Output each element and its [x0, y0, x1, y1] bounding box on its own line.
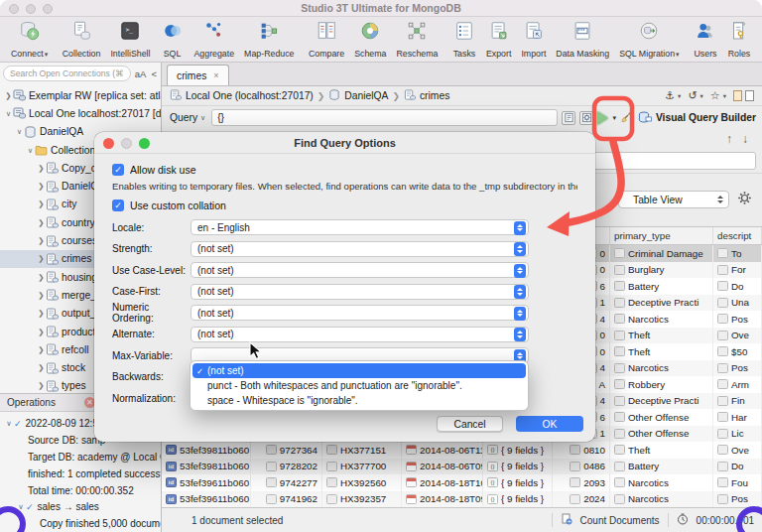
toolbar-reschema[interactable]: Reschema [391, 18, 443, 62]
toolbar-compare[interactable]: Compare [304, 18, 349, 62]
tree-expand-icon[interactable]: ❯ [37, 254, 46, 263]
toolbar-intellishell[interactable]: >_IntelliShell [105, 18, 155, 62]
field-select[interactable]: (not set) [190, 284, 529, 300]
toolbar-sql-migration[interactable]: SQL Migration▾ [614, 18, 684, 62]
tree-expand-icon[interactable]: ❯ [37, 291, 46, 300]
operation-entry[interactable]: Target DB: academy @ Local One [0, 449, 161, 466]
clear-query-broom-icon[interactable] [620, 109, 634, 127]
dialog-zoom-icon[interactable] [139, 138, 150, 149]
toolbar-data-masking[interactable]: ***Data Masking [551, 18, 614, 62]
breadcrumb-item[interactable]: crimes [420, 90, 449, 101]
tree-expand-icon[interactable]: ❯ [37, 363, 46, 372]
table-row[interactable]: id53fef39611b0609742277HX3925602014-08-1… [162, 474, 762, 491]
history-caret-icon[interactable]: ▾ [700, 92, 703, 100]
tab-close-icon[interactable]: × [213, 70, 218, 80]
table-header-primary_type[interactable]: primary_type [610, 227, 713, 244]
paste-icon[interactable] [745, 90, 754, 101]
breadcrumb-item[interactable]: Local One (localhost:27017) [186, 90, 314, 101]
operation-expand-icon[interactable]: ∨ [4, 419, 14, 428]
breadcrumb-item[interactable]: DanielQA [344, 90, 388, 101]
table-header-descript[interactable]: descript [713, 227, 762, 244]
run-query-button[interactable] [597, 111, 608, 125]
view-mode-select[interactable]: Table View [618, 191, 729, 208]
tree-expand-icon[interactable]: ❯ [37, 236, 46, 245]
dropdown-caret-icon[interactable]: ▾ [45, 51, 49, 58]
search-connections-input[interactable]: Search Open Connections (⌘ [3, 66, 131, 81]
field-label: Max-Variable: [112, 350, 190, 361]
table-row[interactable]: id53fef39811b0609727364HX3771512014-08-0… [162, 442, 762, 459]
tree-expand-icon[interactable]: ∨ [15, 127, 24, 136]
count-documents-button[interactable]: Count Documents [580, 515, 660, 526]
table-row[interactable]: id53fef39611b0609741962HX3923572014-08-1… [162, 491, 762, 508]
tree-expand-icon[interactable]: ❯ [37, 328, 46, 336]
close-window-icon[interactable] [9, 4, 19, 14]
window-traffic-lights[interactable] [9, 4, 53, 14]
history-icon[interactable]: ↺ [688, 89, 697, 102]
toolbar-aggregate[interactable]: Aggregate [190, 18, 240, 62]
field-select[interactable]: en - English [190, 219, 529, 235]
move-up-icon[interactable]: ↑ [726, 132, 732, 146]
operation-entry[interactable]: ∨✓sales → sales [0, 498, 161, 515]
sidebar-item-local-one-localhost-27017-direct[interactable]: ∨Local One localhost:27017 [direct [0, 104, 161, 122]
tree-expand-icon[interactable]: ❯ [37, 273, 46, 282]
tree-expand-icon[interactable]: ❯ [37, 200, 46, 208]
field-select[interactable]: (not set) [190, 305, 529, 321]
run-options-caret-icon[interactable]: ▾ [612, 114, 616, 122]
zoom-window-icon[interactable] [43, 4, 53, 14]
cancel-button[interactable]: Cancel [437, 416, 503, 432]
tree-expand-icon[interactable]: ❯ [37, 309, 46, 318]
tree-expand-icon[interactable]: ∨ [26, 146, 35, 155]
pin-caret-icon[interactable]: ▾ [678, 92, 681, 100]
toolbar-collection[interactable]: Collection [58, 18, 106, 62]
move-down-icon[interactable]: ↓ [742, 132, 748, 146]
toolbar-users[interactable]: Users [689, 18, 722, 62]
toolbar-map-reduce[interactable]: Map-Reduce [239, 18, 299, 62]
dropdown-option[interactable]: punct - Both whitespaces and punctuation… [192, 378, 526, 393]
tree-expand-icon[interactable]: ❯ [37, 345, 46, 354]
toolbar-import[interactable]: Import [516, 18, 551, 62]
query-options-gear-icon[interactable] [579, 111, 593, 125]
toolbar-tasks[interactable]: Tasks [447, 18, 481, 62]
dialog-close-icon[interactable] [103, 138, 114, 149]
schema-icon [358, 19, 382, 43]
tree-expand-icon[interactable]: ❯ [37, 164, 46, 173]
operation-entry[interactable]: finished: 1 completed successfull [0, 466, 161, 482]
field-type-icon [614, 314, 625, 324]
tree-expand-icon[interactable]: ❯ [37, 218, 46, 227]
pin-anchor-icon[interactable]: ⚓ [665, 89, 675, 102]
dropdown-option[interactable]: space - Whitespace is "ignorable". [192, 393, 526, 408]
table-row[interactable]: id53fef39811b0609728202HX3777002014-08-0… [162, 459, 762, 475]
tab-crimes[interactable]: crimes × [167, 65, 229, 85]
toolbar-connect[interactable]: Connect▾ [6, 18, 53, 62]
tree-expand-icon[interactable]: ❯ [4, 91, 13, 100]
favorite-star-icon[interactable]: ☆ [710, 89, 720, 102]
field-select[interactable]: (not set) [190, 327, 529, 342]
favorite-caret-icon[interactable]: ▾ [723, 92, 726, 100]
field-select[interactable]: (not set) [190, 262, 529, 278]
visual-query-builder-button[interactable]: Visual Query Builder [638, 111, 756, 124]
toolbar-export[interactable]: Export [481, 18, 516, 62]
tree-expand-icon[interactable]: ❯ [37, 381, 46, 390]
minimize-window-icon[interactable] [26, 4, 36, 14]
allow-disk-use-checkbox[interactable]: ✓ [112, 164, 124, 176]
query-mode-dropdown[interactable]: Query∨ [168, 112, 207, 123]
match-case-button[interactable]: aA [134, 68, 148, 79]
sidebar-item-exemplar-rw-replica-set-atlas-a[interactable]: ❯Exemplar RW [replica set: atlas-a [0, 86, 161, 104]
operation-entry[interactable]: Total time: 00:00:00.352 [0, 482, 161, 499]
collapse-sidebar-icon[interactable]: < [150, 68, 158, 79]
toolbar-sql[interactable]: SQL [156, 18, 190, 62]
toolbar-roles[interactable]: Roles [722, 18, 756, 62]
collection-icon [46, 326, 59, 337]
dropdown-option[interactable]: ✓(not set) [192, 363, 526, 378]
ok-button[interactable]: OK [516, 416, 583, 432]
toolbar-schema[interactable]: Schema [349, 18, 391, 62]
use-custom-collation-checkbox[interactable]: ✓ [112, 200, 124, 211]
field-select[interactable]: (not set) [190, 241, 529, 257]
copy-icon[interactable] [733, 90, 742, 101]
tree-expand-icon[interactable]: ❯ [37, 182, 46, 191]
tree-expand-icon[interactable]: ∨ [4, 109, 13, 118]
query-settings-icon[interactable] [562, 111, 575, 125]
query-input[interactable]: {} [211, 109, 558, 126]
dropdown-caret-icon[interactable]: ▾ [676, 51, 680, 58]
view-settings-gear-icon[interactable] [737, 191, 752, 209]
